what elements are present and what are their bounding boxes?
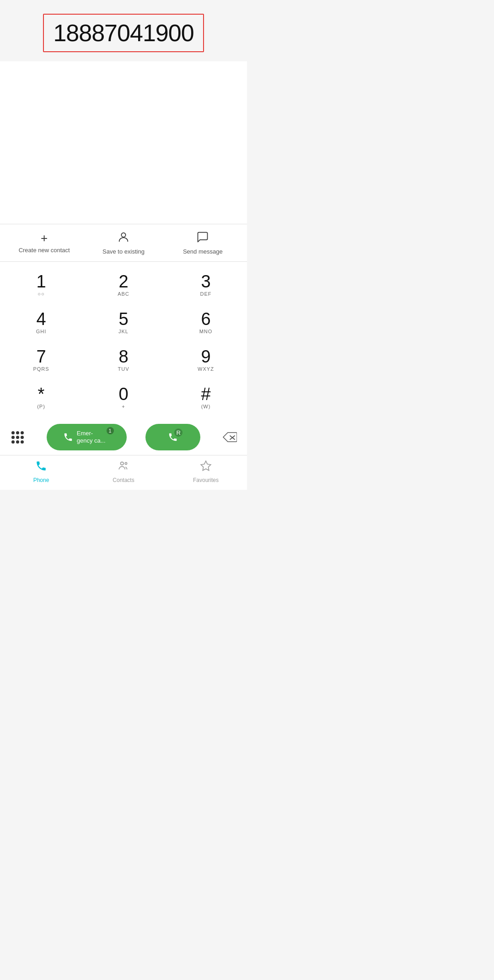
save-to-existing-button[interactable]: Save to existing — [84, 231, 163, 255]
dial-key-2[interactable]: 2 ABC — [82, 266, 165, 304]
key-letters-7: PQRS — [33, 366, 49, 373]
send-message-label: Send message — [183, 248, 223, 255]
tab-phone[interactable]: Phone — [0, 460, 82, 483]
key-num-4: 4 — [36, 310, 46, 328]
key-letters-9: WXYZ — [198, 366, 214, 373]
favourites-tab-label: Favourites — [193, 477, 219, 483]
dial-key-star[interactable]: * (P) — [0, 379, 82, 417]
key-num-2: 2 — [118, 273, 128, 290]
send-message-button[interactable]: Send message — [163, 231, 242, 255]
svg-point-3 — [121, 462, 124, 465]
emergency-call-button[interactable]: Emer- gency ca... 1 — [47, 424, 127, 450]
call-icon — [63, 432, 73, 442]
svg-point-0 — [121, 233, 125, 237]
phone-display-area: 18887041900 — [0, 0, 247, 61]
plus-icon: + — [41, 232, 48, 244]
person-icon — [117, 231, 130, 245]
create-new-contact-button[interactable]: + Create new contact — [5, 232, 84, 254]
favourites-tab-icon — [200, 460, 212, 475]
key-num-star: * — [38, 385, 45, 403]
key-num-6: 6 — [201, 310, 210, 328]
call-button[interactable]: R — [145, 424, 200, 450]
dial-key-4[interactable]: 4 GHI — [0, 304, 82, 341]
dial-key-5[interactable]: 5 JKL — [82, 304, 165, 341]
svg-point-4 — [125, 462, 127, 464]
message-icon — [196, 231, 209, 245]
key-letters-6: MNO — [199, 329, 213, 335]
tab-bar: Phone Contacts Favourites — [0, 455, 247, 490]
key-letters-hash: (W) — [201, 404, 211, 410]
action-row: + Create new contact Save to existing Se… — [0, 224, 247, 262]
key-letters-8: TUV — [118, 366, 129, 373]
contacts-tab-icon — [118, 460, 129, 475]
key-num-3: 3 — [201, 273, 210, 290]
key-num-5: 5 — [118, 310, 128, 328]
dial-key-6[interactable]: 6 MNO — [165, 304, 247, 341]
key-letters-star: (P) — [37, 404, 45, 410]
key-letters-0: + — [122, 404, 125, 410]
tab-contacts[interactable]: Contacts — [82, 460, 165, 483]
dial-key-hash[interactable]: # (W) — [165, 379, 247, 417]
key-num-1: 1 — [36, 273, 46, 290]
phone-number[interactable]: 18887041900 — [53, 19, 193, 47]
backspace-icon — [222, 432, 237, 443]
dialpad-toggle-button[interactable] — [7, 427, 27, 447]
create-new-contact-label: Create new contact — [19, 247, 70, 254]
emergency-call-label: Emer- gency ca... — [77, 430, 106, 444]
key-num-0: 0 — [118, 385, 128, 403]
call-badge: R — [174, 428, 183, 437]
key-letters-5: JKL — [118, 329, 129, 335]
dial-key-9[interactable]: 9 WXYZ — [165, 341, 247, 379]
save-to-existing-label: Save to existing — [102, 248, 145, 255]
phone-number-box: 18887041900 — [43, 14, 204, 52]
dots-grid-icon — [11, 431, 24, 444]
svg-marker-5 — [201, 461, 211, 471]
dial-key-1[interactable]: 1 ○○ — [0, 266, 82, 304]
dialpad: 1 ○○ 2 ABC 3 DEF 4 GHI 5 JKL 6 MNO 7 PQR… — [0, 262, 247, 419]
tab-favourites[interactable]: Favourites — [165, 460, 247, 483]
dial-key-8[interactable]: 8 TUV — [82, 341, 165, 379]
key-num-9: 9 — [201, 348, 210, 365]
emergency-badge: 1 — [107, 427, 114, 434]
dial-key-3[interactable]: 3 DEF — [165, 266, 247, 304]
key-letters-3: DEF — [200, 291, 212, 298]
key-num-7: 7 — [36, 348, 46, 365]
key-letters-1: ○○ — [38, 291, 44, 298]
backspace-button[interactable] — [220, 427, 240, 447]
bottom-action-bar: Emer- gency ca... 1 R — [0, 419, 247, 455]
dial-key-0[interactable]: 0 + — [82, 379, 165, 417]
phone-tab-icon — [35, 460, 47, 475]
empty-spacer — [0, 61, 247, 224]
key-num-hash: # — [201, 385, 210, 403]
contacts-tab-label: Contacts — [113, 477, 134, 483]
phone-tab-label: Phone — [33, 477, 49, 483]
dial-key-7[interactable]: 7 PQRS — [0, 341, 82, 379]
key-num-8: 8 — [118, 348, 128, 365]
dialpad-grid: 1 ○○ 2 ABC 3 DEF 4 GHI 5 JKL 6 MNO 7 PQR… — [0, 266, 247, 417]
key-letters-2: ABC — [118, 291, 129, 298]
key-letters-4: GHI — [36, 329, 47, 335]
